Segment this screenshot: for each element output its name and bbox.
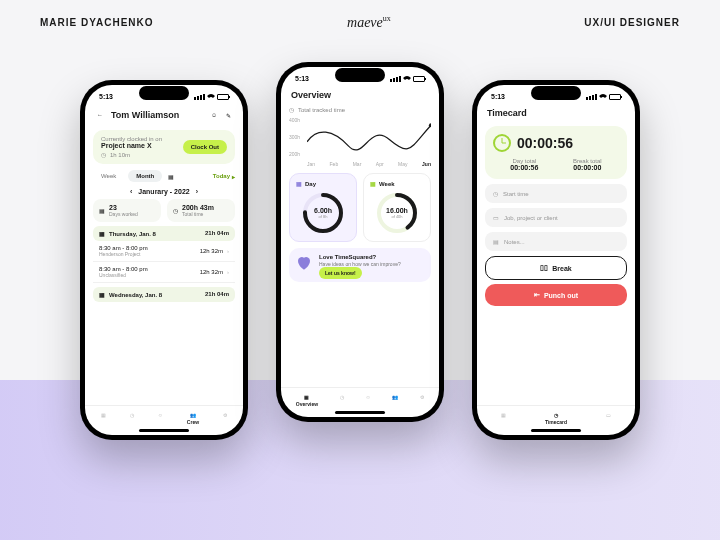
page-title: Timecard — [485, 104, 627, 122]
nav-item[interactable]: ◷ — [130, 412, 134, 425]
nav-item[interactable]: ▦ — [101, 412, 106, 425]
promo-title: Love TimeSquared? — [319, 254, 425, 260]
role-label: UX/UI DESIGNER — [584, 17, 680, 28]
clockin-project: Project name X — [101, 142, 162, 149]
notes-field[interactable]: ▤Notes... — [485, 232, 627, 251]
feedback-button[interactable]: Let us know! — [319, 267, 362, 279]
chevron-right-icon: › — [227, 248, 229, 254]
break-button[interactable]: ▯▯Break — [485, 256, 627, 280]
nav-item[interactable]: ⚙ — [223, 412, 227, 425]
notch — [139, 86, 189, 100]
today-button[interactable]: Today ▸ — [213, 173, 235, 180]
ring-day[interactable]: ▦Day 6.00hof 8h — [289, 173, 357, 242]
nav-crew[interactable]: 👥Crew — [187, 412, 199, 425]
calendar-icon: ▦ — [99, 207, 105, 214]
clock-icon: ◷ — [493, 190, 498, 197]
folder-icon: ▭ — [493, 214, 499, 221]
time-entry[interactable]: 8:30 am - 8:00 pmHenderson Project 12h 3… — [93, 241, 235, 262]
ring-week[interactable]: ▦Week 16.00hof 40h — [363, 173, 431, 242]
nav-item[interactable]: ▦ — [501, 412, 506, 425]
day-header[interactable]: ▦ Wednesday, Jan. 8 21h 04m — [93, 287, 235, 302]
chevron-left-icon[interactable]: ‹ — [130, 188, 132, 195]
back-icon[interactable]: ← — [95, 110, 105, 120]
phone-timecard: 5:13 Timecard 00:00:56 Day total00:00:56… — [472, 80, 640, 440]
elapsed-time: 00:00:56 — [517, 135, 573, 151]
author-name: MARIE DYACHENKO — [40, 17, 154, 28]
tab-month[interactable]: Month — [128, 170, 162, 182]
phone-crew: 5:13 ← Tom Williamson ☺ ✎ — [80, 80, 248, 440]
nav-item[interactable]: 👥 — [392, 394, 398, 407]
nav-timecard[interactable]: ◷Timecard — [545, 412, 567, 425]
home-indicator — [531, 429, 581, 432]
clock-icon: ◷ — [173, 207, 178, 214]
stat-days: ▦23Days worked — [93, 199, 161, 222]
x-axis-labels: JanFebMarAprMayJun — [289, 161, 431, 167]
tab-week[interactable]: Week — [93, 170, 124, 182]
clock-icon: ◷ — [101, 151, 106, 158]
nav-item[interactable]: ☺ — [366, 394, 371, 407]
people-icon: 👥 — [190, 412, 196, 418]
nav-item[interactable]: ☺ — [158, 412, 163, 425]
calendar-icon: ▦ — [99, 291, 105, 298]
home-indicator — [335, 411, 385, 414]
calendar-icon: ▦ — [296, 180, 302, 187]
punchout-button[interactable]: ⇤Punch out — [485, 284, 627, 306]
note-icon: ▤ — [493, 238, 499, 245]
clock-icon: ◷ — [289, 106, 294, 113]
chevron-right-icon[interactable]: › — [196, 188, 198, 195]
feedback-card: Love TimeSquared? Have ideas on how we c… — [289, 248, 431, 282]
user-name: Tom Williamson — [109, 106, 181, 124]
clock-icon — [493, 134, 511, 152]
nav-item[interactable]: ▭ — [606, 412, 611, 425]
period-selector[interactable]: ‹ Janurary - 2022 › — [93, 188, 235, 195]
grid-icon: ▦ — [304, 394, 309, 400]
calendar-icon: ▦ — [370, 180, 376, 187]
clockin-card: Currently clocked in on Project name X ◷… — [93, 130, 235, 164]
smile-icon[interactable]: ☺ — [209, 110, 219, 120]
timer-card: 00:00:56 Day total00:00:56 Break total00… — [485, 126, 627, 179]
range-tabs: Week Month ▦ Today ▸ — [93, 170, 235, 182]
tracked-label: Total tracked time — [298, 107, 345, 113]
logout-icon: ⇤ — [534, 291, 540, 299]
phone-mockups: 5:13 ← Tom Williamson ☺ ✎ — [0, 80, 720, 440]
pause-icon: ▯▯ — [540, 264, 548, 272]
profile-header: ← Tom Williamson ☺ ✎ — [93, 104, 235, 126]
day-header[interactable]: ▦ Thursday, Jan. 8 21h 04m — [93, 226, 235, 241]
phone-overview: 5:13 Overview ◷Total tracked time 400h30… — [276, 62, 444, 422]
notch — [335, 68, 385, 82]
page-header: MARIE DYACHENKO maeveux UX/UI DESIGNER — [0, 14, 720, 31]
heart-icon — [295, 254, 313, 272]
tracked-chart: 400h300h200h — [289, 117, 431, 157]
project-field[interactable]: ▭Job, project or client — [485, 208, 627, 227]
nav-item[interactable]: ⚙ — [420, 394, 424, 407]
clockout-button[interactable]: Clock Out — [183, 140, 227, 154]
home-indicator — [139, 429, 189, 432]
clock-icon: ◷ — [554, 412, 558, 418]
chevron-right-icon: › — [227, 269, 229, 275]
edit-icon[interactable]: ✎ — [223, 110, 233, 120]
nav-overview[interactable]: ▦Overview — [296, 394, 318, 407]
brand-logo: maeveux — [347, 14, 391, 31]
time-entry[interactable]: 8:30 am - 8:00 pmUnclassified 12h 32m› — [93, 262, 235, 283]
start-time-field[interactable]: ◷Start time — [485, 184, 627, 203]
notch — [531, 86, 581, 100]
stat-total: ◷200h 43mTotal time — [167, 199, 235, 222]
nav-item[interactable]: ◷ — [340, 394, 344, 407]
calendar-icon[interactable]: ▦ — [166, 171, 176, 181]
page-title: Overview — [289, 86, 431, 104]
calendar-icon: ▦ — [99, 230, 105, 237]
